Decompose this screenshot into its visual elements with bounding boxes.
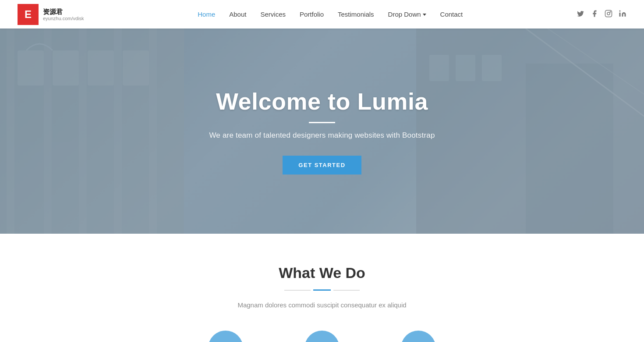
svg-point-3 <box>619 10 621 11</box>
instagram-icon[interactable] <box>605 10 612 19</box>
card-icon-2 <box>304 331 340 342</box>
nav-link-about[interactable]: About <box>229 11 246 18</box>
get-started-button[interactable]: GET STARTED <box>283 156 361 175</box>
dropdown-label[interactable]: Drop Down <box>388 11 421 18</box>
nav-item-services[interactable]: Services <box>260 11 286 18</box>
svg-point-1 <box>607 12 610 15</box>
feature-card-3 <box>383 331 453 342</box>
hero-section: Welcome to Lumia We are team of talented… <box>0 28 644 234</box>
svg-point-2 <box>610 11 611 12</box>
brand-text: 资源君 eyunzhu.com/vdisk <box>43 8 84 21</box>
section-divider <box>18 289 626 291</box>
brand-icon: E <box>18 4 39 25</box>
nav-link-home[interactable]: Home <box>198 11 215 18</box>
hero-title: Welcome to Lumia <box>209 88 435 115</box>
section-description: Magnam dolores commodi suscipit consequa… <box>18 301 626 309</box>
nav-link-portfolio[interactable]: Portfolio <box>300 11 324 18</box>
nav-link-testimonials[interactable]: Testimonials <box>338 11 374 18</box>
nav-link-dropdown[interactable]: Drop Down <box>388 11 426 18</box>
divider-right <box>333 290 360 291</box>
nav-item-dropdown[interactable]: Drop Down <box>388 11 426 18</box>
facebook-icon[interactable] <box>591 10 598 19</box>
what-we-do-section: What We Do Magnam dolores commodi suscip… <box>0 234 644 342</box>
nav-item-home[interactable]: Home <box>198 11 215 18</box>
brand-subtitle: eyunzhu.com/vdisk <box>43 16 84 21</box>
nav-links: Home About Services Portfolio Testimonia… <box>198 11 463 18</box>
navbar: E 资源君 eyunzhu.com/vdisk Home About Servi… <box>0 0 644 28</box>
card-icon-1 <box>208 331 243 342</box>
feature-card-2 <box>287 331 357 342</box>
hero-subtitle: We are team of talented designers making… <box>209 131 435 140</box>
brand-title: 资源君 <box>43 8 84 16</box>
feature-cards <box>18 331 626 342</box>
nav-link-contact[interactable]: Contact <box>440 11 463 18</box>
nav-link-services[interactable]: Services <box>260 11 286 18</box>
card-icon-3 <box>401 331 436 342</box>
hero-content: Welcome to Lumia We are team of talented… <box>200 88 443 175</box>
twitter-icon[interactable] <box>577 10 584 19</box>
section-title: What We Do <box>18 264 626 281</box>
svg-rect-0 <box>605 10 612 17</box>
nav-item-about[interactable]: About <box>229 11 246 18</box>
nav-item-contact[interactable]: Contact <box>440 11 463 18</box>
divider-accent <box>313 289 331 291</box>
brand-logo[interactable]: E 资源君 eyunzhu.com/vdisk <box>18 4 84 25</box>
divider-left <box>284 290 311 291</box>
nav-item-testimonials[interactable]: Testimonials <box>338 11 374 18</box>
linkedin-icon[interactable] <box>619 10 626 19</box>
hero-title-underline <box>309 122 335 123</box>
feature-card-1 <box>191 331 261 342</box>
chevron-down-icon <box>423 14 426 16</box>
nav-item-portfolio[interactable]: Portfolio <box>300 11 324 18</box>
social-icons <box>577 10 626 19</box>
